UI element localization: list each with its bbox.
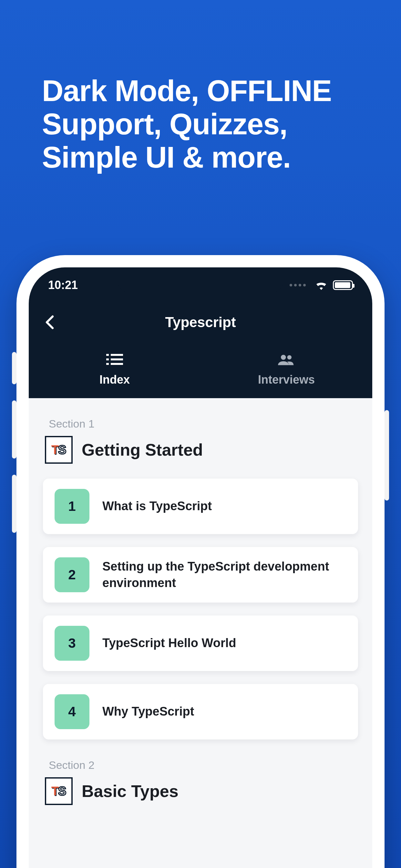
section-header: TS Getting Started	[45, 436, 358, 464]
svg-point-7	[287, 355, 291, 359]
chevron-left-icon	[45, 315, 54, 330]
svg-rect-4	[106, 363, 109, 365]
svg-rect-2	[106, 359, 109, 361]
lesson-title: TypeScript Hello World	[102, 635, 236, 651]
lesson-number-badge: 1	[55, 489, 89, 524]
lesson-title: Setting up the TypeScript development en…	[102, 558, 346, 592]
tab-index[interactable]: Index	[29, 342, 201, 398]
lesson-card[interactable]: 1 What is TypeScript	[43, 478, 358, 534]
battery-icon	[333, 280, 353, 290]
status-right	[289, 280, 353, 290]
svg-rect-1	[111, 354, 123, 356]
svg-point-6	[281, 354, 286, 360]
wifi-icon	[315, 280, 328, 290]
nav-bar: Typescript	[29, 303, 372, 342]
section-title: Basic Types	[82, 781, 179, 801]
lesson-title: Why TypeScript	[102, 703, 194, 720]
section-label: Section 2	[49, 759, 358, 771]
svg-rect-5	[111, 363, 123, 365]
list-icon	[106, 353, 123, 367]
phone-side-button	[12, 352, 17, 384]
phone-side-button	[12, 400, 17, 459]
people-icon	[278, 353, 295, 367]
phone-side-button	[384, 410, 389, 500]
lesson-card[interactable]: 2 Setting up the TypeScript development …	[43, 547, 358, 602]
lesson-number-badge: 3	[55, 626, 89, 661]
tab-bar: Index Interviews	[29, 342, 372, 398]
tab-interviews[interactable]: Interviews	[201, 342, 372, 398]
phone-screen: 10:21 Typescript Index	[29, 268, 372, 868]
section-title: Getting Started	[82, 440, 203, 460]
content: Section 1 TS Getting Started 1 What is T…	[29, 398, 372, 805]
lesson-number-badge: 4	[55, 694, 89, 729]
section: Section 1 TS Getting Started 1 What is T…	[43, 417, 358, 740]
typescript-badge-icon: TS	[45, 436, 73, 464]
lesson-card[interactable]: 3 TypeScript Hello World	[43, 616, 358, 671]
svg-rect-3	[111, 359, 123, 361]
section-header: TS Basic Types	[45, 777, 358, 805]
tab-label: Interviews	[258, 373, 315, 386]
cellular-dots-icon	[289, 284, 306, 286]
phone-notch	[117, 268, 284, 294]
phone-side-button	[12, 475, 17, 533]
phone-frame: 10:21 Typescript Index	[17, 255, 384, 868]
lesson-number-badge: 2	[55, 557, 89, 592]
marketing-headline: Dark Mode, OFFLINE Support, Quizzes, Sim…	[0, 0, 401, 174]
svg-rect-0	[106, 354, 109, 356]
back-button[interactable]	[42, 314, 57, 330]
tab-label: Index	[99, 373, 130, 386]
lesson-title: What is TypeScript	[102, 498, 212, 515]
section: Section 2 TS Basic Types	[43, 759, 358, 805]
status-time: 10:21	[48, 278, 78, 292]
lesson-card[interactable]: 4 Why TypeScript	[43, 684, 358, 740]
page-title: Typescript	[165, 314, 236, 330]
section-label: Section 1	[49, 417, 358, 430]
typescript-badge-icon: TS	[45, 777, 73, 805]
